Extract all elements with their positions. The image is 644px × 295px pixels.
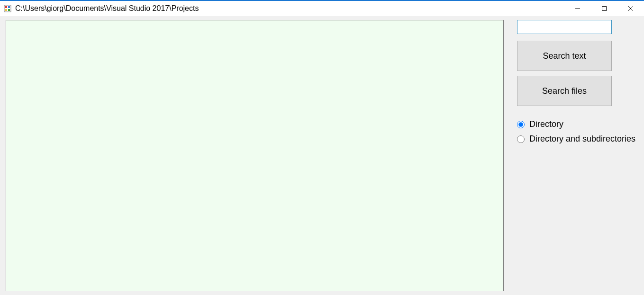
svg-rect-6 [602, 7, 607, 11]
results-panel[interactable] [6, 20, 504, 291]
search-text-button[interactable]: Search text [517, 41, 612, 71]
search-files-button[interactable]: Search files [517, 76, 612, 106]
side-panel: Search text Search files Directory Direc… [517, 20, 640, 291]
window-controls [564, 1, 644, 16]
minimize-button[interactable] [564, 1, 591, 16]
svg-rect-3 [5, 9, 7, 11]
svg-rect-4 [8, 9, 10, 11]
app-window: C:\Users\giorg\Documents\Visual Studio 2… [0, 0, 644, 295]
radio-directory-label: Directory [529, 119, 563, 129]
window-title: C:\Users\giorg\Documents\Visual Studio 2… [15, 4, 564, 13]
radio-directory[interactable]: Directory [517, 119, 640, 129]
client-area: Search text Search files Directory Direc… [0, 16, 644, 295]
maximize-button[interactable] [591, 1, 617, 16]
radio-directory-input[interactable] [517, 121, 525, 128]
svg-rect-2 [8, 6, 10, 8]
radio-subdirectories-label: Directory and subdirectories [529, 134, 635, 144]
scope-radio-group: Directory Directory and subdirectories [517, 119, 640, 149]
radio-subdirectories[interactable]: Directory and subdirectories [517, 134, 640, 144]
titlebar: C:\Users\giorg\Documents\Visual Studio 2… [0, 1, 644, 16]
app-icon [4, 5, 11, 12]
svg-rect-1 [5, 6, 7, 8]
radio-subdirectories-input[interactable] [517, 135, 525, 143]
search-input[interactable] [517, 20, 612, 34]
close-button[interactable] [617, 1, 644, 16]
